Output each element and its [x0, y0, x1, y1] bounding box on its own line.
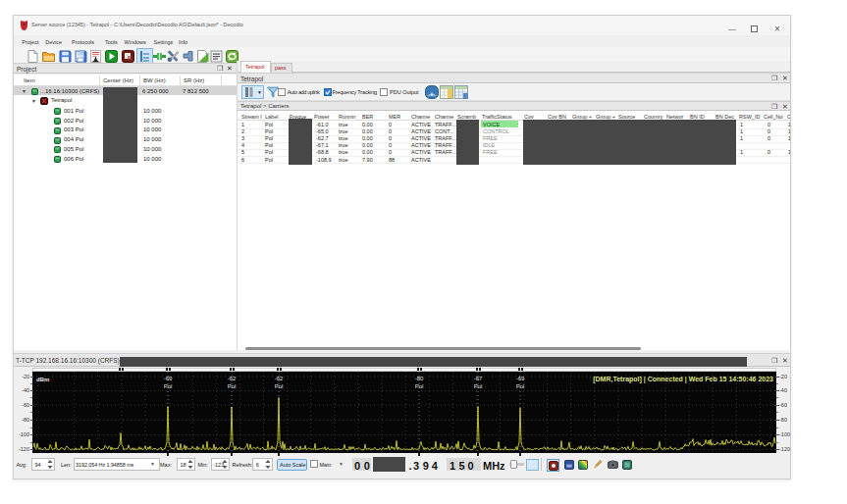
svg-text:dBm: dBm	[36, 376, 49, 381]
svg-text:-69: -69	[164, 375, 173, 380]
svg-text:[DMR,Tetrapol] | Connected | W: [DMR,Tetrapol] | Connected | Wed Feb 15 …	[593, 375, 773, 382]
svg-text:Pol: Pol	[415, 382, 424, 388]
svg-text:-62: -62	[275, 375, 284, 380]
svg-text:Pol: Pol	[516, 382, 525, 388]
svg-text:-62: -62	[228, 375, 237, 380]
svg-text:-80: -80	[415, 375, 424, 380]
svg-text:Pol: Pol	[228, 382, 237, 388]
svg-text:Pol: Pol	[474, 382, 483, 388]
svg-text:Pol: Pol	[275, 382, 284, 388]
svg-text:-67: -67	[474, 375, 483, 380]
svg-text:Pol: Pol	[164, 382, 173, 388]
svg-text:-69: -69	[516, 375, 525, 380]
